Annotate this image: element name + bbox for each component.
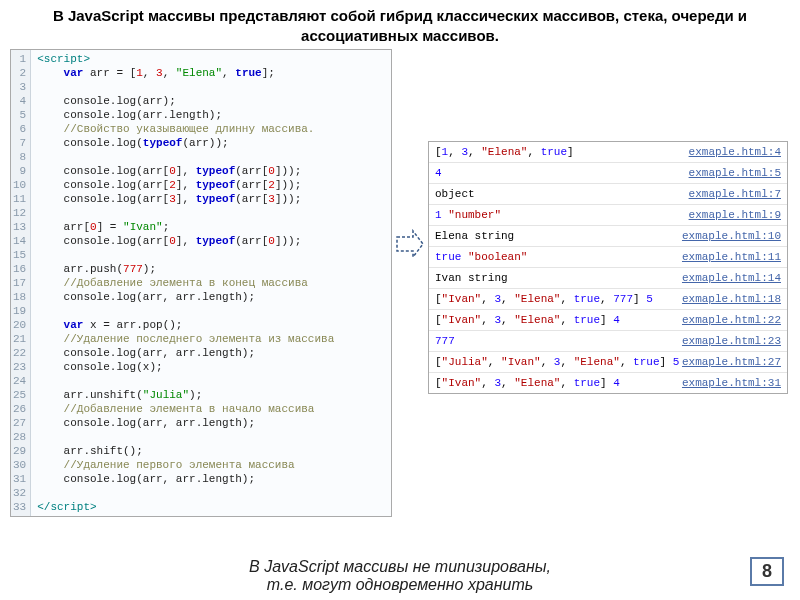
- console-row: Ivan stringexmaple.html:14: [429, 268, 787, 289]
- code-panel: 1 2 3 4 5 6 7 8 9 10 11 12 13 14 15 16 1…: [10, 49, 392, 517]
- console-value: 1 "number": [435, 208, 501, 222]
- console-value: Elena string: [435, 229, 514, 243]
- console-value: object: [435, 187, 475, 201]
- console-value: [1, 3, "Elena", true]: [435, 145, 574, 159]
- page-number: 8: [750, 557, 784, 586]
- console-row: ["Ivan", 3, "Elena", true] 4exmaple.html…: [429, 310, 787, 331]
- console-row: ["Julia", "Ivan", 3, "Elena", true] 5exm…: [429, 352, 787, 373]
- arrow-icon: [392, 49, 428, 259]
- code-body: <script> var arr = [1, 3, "Elena", true]…: [31, 50, 340, 516]
- console-source: exmaple.html:5: [689, 166, 781, 180]
- console-source: exmaple.html:10: [682, 229, 781, 243]
- slide-title: В JavaScript массивы представляют собой …: [0, 0, 800, 49]
- console-value: ["Ivan", 3, "Elena", true, 777] 5: [435, 292, 653, 306]
- console-value: ["Ivan", 3, "Elena", true] 4: [435, 376, 620, 390]
- console-row: Elena stringexmaple.html:10: [429, 226, 787, 247]
- console-value: ["Julia", "Ivan", 3, "Elena", true] 5: [435, 355, 679, 369]
- line-gutter: 1 2 3 4 5 6 7 8 9 10 11 12 13 14 15 16 1…: [11, 50, 31, 516]
- console-value: 777: [435, 334, 455, 348]
- console-source: exmaple.html:27: [682, 355, 781, 369]
- console-value: Ivan string: [435, 271, 508, 285]
- console-source: exmaple.html:23: [682, 334, 781, 348]
- console-value: 4: [435, 166, 442, 180]
- console-row: 1 "number"exmaple.html:9: [429, 205, 787, 226]
- console-row: objectexmaple.html:7: [429, 184, 787, 205]
- console-row: ["Ivan", 3, "Elena", true] 4exmaple.html…: [429, 373, 787, 393]
- console-source: exmaple.html:11: [682, 250, 781, 264]
- slide-footer: В JavaScript массивы не типизированы, т.…: [0, 558, 800, 594]
- console-row: 777exmaple.html:23: [429, 331, 787, 352]
- console-source: exmaple.html:4: [689, 145, 781, 159]
- console-row: true "boolean"exmaple.html:11: [429, 247, 787, 268]
- console-row: [1, 3, "Elena", true]exmaple.html:4: [429, 142, 787, 163]
- console-value: ["Ivan", 3, "Elena", true] 4: [435, 313, 620, 327]
- console-source: exmaple.html:22: [682, 313, 781, 327]
- console-source: exmaple.html:7: [689, 187, 781, 201]
- console-panel: [1, 3, "Elena", true]exmaple.html:44exma…: [428, 141, 788, 394]
- console-row: 4exmaple.html:5: [429, 163, 787, 184]
- console-source: exmaple.html:14: [682, 271, 781, 285]
- console-source: exmaple.html:31: [682, 376, 781, 390]
- footer-line-2: т.е. могут одновременно хранить: [0, 576, 800, 594]
- footer-line-1: В JavaScript массивы не типизированы,: [0, 558, 800, 576]
- console-value: true "boolean": [435, 250, 527, 264]
- console-source: exmaple.html:9: [689, 208, 781, 222]
- console-source: exmaple.html:18: [682, 292, 781, 306]
- slide-content: 1 2 3 4 5 6 7 8 9 10 11 12 13 14 15 16 1…: [0, 49, 800, 517]
- console-row: ["Ivan", 3, "Elena", true, 777] 5exmaple…: [429, 289, 787, 310]
